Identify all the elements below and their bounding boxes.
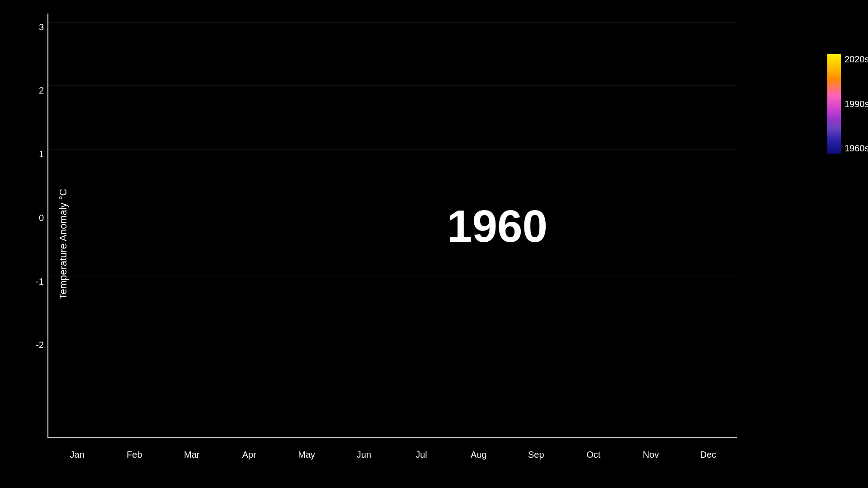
x-tick-jul: Jul [415,450,427,460]
legend-labels: 2020s 1990s 1960s [844,54,868,154]
legend-label-1990s: 1990s [844,99,868,109]
x-tick-mar: Mar [184,450,199,460]
x-tick-dec: Dec [700,450,717,460]
y-tick-3: 3 [39,22,48,33]
chart-container: Temperature Anomaly °C 3 2 1 0 -1 -2 Jan… [0,0,868,488]
x-tick-aug: Aug [471,450,487,460]
year-label: 1960 [447,200,547,252]
legend-label-2020s: 2020s [844,54,868,65]
year-display-container: 1960 [258,14,737,438]
y-tick-neg1: -1 [36,277,48,287]
y-tick-1: 1 [39,149,48,160]
legend-label-1960s: 1960s [844,143,868,154]
x-tick-jan: Jan [70,450,84,460]
legend: 2020s 1990s 1960s [827,54,841,154]
x-tick-jun: Jun [357,450,371,460]
x-tick-nov: Nov [643,450,659,460]
x-tick-oct: Oct [586,450,600,460]
x-tick-sep: Sep [528,450,544,460]
x-tick-feb: Feb [127,450,142,460]
y-tick-0: 0 [39,213,48,223]
y-tick-2: 2 [39,85,48,96]
x-tick-may: May [298,450,315,460]
x-tick-apr: Apr [242,450,256,460]
legend-gradient [827,54,841,154]
y-tick-neg2: -2 [36,340,48,350]
